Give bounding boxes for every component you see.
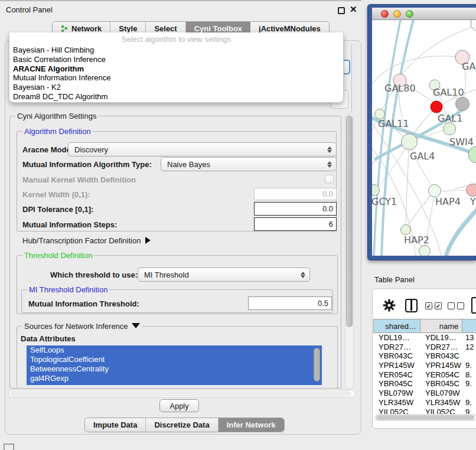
node-label: GAL <box>462 61 476 72</box>
manual-kernel-width-checkbox[interactable] <box>325 175 334 184</box>
table-row[interactable]: YIL052CYIL052C9 <box>373 407 476 415</box>
node-hap2[interactable] <box>401 225 411 235</box>
deselect-all-checkboxes-icon[interactable] <box>448 302 464 309</box>
control-panel-titlebar <box>0 0 361 18</box>
expand-arrow-icon[interactable] <box>132 323 140 328</box>
unchecked-checkbox-icon <box>448 302 455 309</box>
group-title: Cyni Algorithm Settings <box>15 112 98 120</box>
table-row[interactable]: YLR345WYLR345W9. <box>373 398 476 407</box>
node-label: HAP4 <box>435 196 461 207</box>
document-icon[interactable] <box>471 297 476 314</box>
settings-vertical-scrollbar[interactable] <box>345 114 354 389</box>
node-gray[interactable] <box>456 97 470 111</box>
screenshot-root: { "window": { "title": "Control Panel", … <box>0 0 476 450</box>
node-label: Y <box>470 196 476 207</box>
apply-button[interactable]: Apply <box>159 399 199 412</box>
which-threshold-select[interactable]: MI Threshold <box>138 268 310 282</box>
tab-discretize-data[interactable]: Discretize Data <box>146 418 218 432</box>
node-salmon[interactable] <box>467 184 476 197</box>
table-row[interactable]: YPR145WYPR145W9. <box>373 361 476 370</box>
algorithm-dropdown-placeholder: Select algorithm to view settings <box>9 35 343 44</box>
network-icon <box>61 25 69 32</box>
mi-algorithm-type-select[interactable]: Naive Bayes <box>161 157 337 171</box>
attribute-item-selected[interactable]: BetweennessCentrality <box>27 364 322 374</box>
collapse-arrow-icon[interactable] <box>145 237 151 244</box>
node-gal1[interactable] <box>444 123 456 135</box>
node-gal11[interactable] <box>375 109 385 119</box>
table-row[interactable]: YBR043CYBR043C <box>373 351 476 361</box>
scrollbar-thumb[interactable] <box>346 116 353 327</box>
spinner-arrows-icon <box>325 146 334 153</box>
mi-threshold-input[interactable]: 0.5 <box>248 296 332 310</box>
network-canvas[interactable]: GAL GAL80 GAL10 GAL11 GAL1 SWI4 GAL4 GCY… <box>372 20 476 256</box>
sources-group-title[interactable]: Sources for Network Inference <box>22 322 142 331</box>
algorithm-option[interactable]: Basic Correlation Inference <box>13 55 340 64</box>
table-row[interactable]: YBL079WYBL079W <box>373 389 476 398</box>
attribute-item-selected[interactable]: TopologicalCoefficient <box>27 355 322 364</box>
settings-horizontal-scrollbar[interactable] <box>8 390 356 397</box>
gear-icon[interactable] <box>383 299 396 312</box>
unchecked-checkbox-icon <box>457 302 464 309</box>
node-hap4[interactable] <box>429 185 441 197</box>
node-label: GAL10 <box>433 87 464 98</box>
algorithm-option[interactable]: Bayesian - K2 <box>13 83 340 92</box>
kernel-width-input[interactable]: 0.0 <box>254 188 337 200</box>
mi-steps-input[interactable]: 6 <box>254 217 337 231</box>
tab-infer-network[interactable]: Infer Network <box>219 418 284 432</box>
table-body: YDL19…YDL19…13 YDR27…YDR27…12 YBR043CYBR… <box>373 333 476 414</box>
spinner-arrows-icon <box>325 161 334 168</box>
checked-checkbox-icon: ✓ <box>435 302 442 309</box>
bottom-tab-bar: Impute Data Discretize Data Infer Networ… <box>84 418 285 432</box>
algorithm-option[interactable]: Mutual Information Inference <box>13 73 340 83</box>
select-all-checkboxes-icon[interactable]: ✓ ✓ <box>425 302 442 309</box>
mi-threshold-label: Mutual Information Threshold: <box>28 299 139 308</box>
zoom-traffic-light-icon[interactable] <box>406 10 413 18</box>
tab-impute-data[interactable]: Impute Data <box>85 418 146 432</box>
hub-definition-toggle[interactable]: Hub/Transcription Factor Definition <box>22 236 151 245</box>
node-top-cut[interactable] <box>471 20 476 31</box>
node-label: HAP2 <box>404 234 429 246</box>
mi-algorithm-type-label: Mutual Information Algorithm Type: <box>22 160 152 169</box>
column-header-cut[interactable] <box>462 319 476 333</box>
control-panel-title: Control Panel <box>6 5 53 14</box>
algorithm-option[interactable]: Dream8 DC_TDC Algorithm <box>13 92 340 102</box>
attribute-list-scrollbar[interactable] <box>314 348 320 381</box>
minimize-traffic-light-icon[interactable] <box>393 10 401 18</box>
scrollbar-thumb[interactable] <box>376 415 474 420</box>
float-window-icon[interactable] <box>338 7 345 14</box>
node-right-green[interactable] <box>468 146 476 163</box>
table-horizontal-scrollbar[interactable] <box>374 414 476 421</box>
group-title: Algorithm Definition <box>22 127 93 136</box>
node-bottom-cut[interactable] <box>419 246 431 256</box>
node-label: SWI4 <box>449 136 474 148</box>
tab-label: Network <box>71 24 102 33</box>
node-gal4[interactable] <box>402 134 418 150</box>
dpi-tolerance-input[interactable]: 0.0 <box>254 202 337 216</box>
scrollbar-thumb[interactable] <box>10 391 351 396</box>
dock-corner-icon[interactable] <box>4 444 14 450</box>
table-row[interactable]: YER054CYER054C8. <box>373 370 476 380</box>
algorithm-option-selected[interactable]: ARACNE Algorithm <box>13 64 340 74</box>
algorithm-option[interactable]: Bayesian - Hill Climbing <box>13 45 340 55</box>
aracne-mode-select[interactable]: Discovery <box>68 142 337 156</box>
table-row[interactable]: YDR27…YDR27…12 <box>373 343 476 352</box>
table-row[interactable]: YBR045CYBR045C9. <box>373 379 476 389</box>
which-threshold-label: Which threshold to use: <box>50 270 138 279</box>
table-row[interactable]: YDL19…YDL19…13 <box>373 333 476 343</box>
mi-steps-label: Mutual Information Steps: <box>22 220 117 229</box>
column-header-shared-name[interactable]: shared… <box>373 319 420 333</box>
node-label: GAL11 <box>378 118 409 129</box>
node-selected-red[interactable] <box>431 101 442 113</box>
column-header-name[interactable]: name <box>420 319 462 333</box>
close-icon[interactable]: ✕ <box>350 4 357 15</box>
attribute-item-selected[interactable]: gal4RGexp <box>27 374 322 383</box>
network-window-titlebar[interactable] <box>372 8 476 20</box>
column-split-icon[interactable] <box>405 299 418 312</box>
table-header: shared… name <box>373 319 476 333</box>
attribute-item-selected[interactable]: SelfLoops <box>27 345 322 355</box>
kernel-width-label: Kernel Width (0,1): <box>22 190 90 199</box>
network-graph: GAL GAL80 GAL10 GAL11 GAL1 SWI4 GAL4 GCY… <box>372 20 476 256</box>
manual-kernel-width-label: Manual Kernel Width Definition <box>22 175 136 184</box>
hidden-panel-border <box>351 44 352 112</box>
close-traffic-light-icon[interactable] <box>381 10 389 18</box>
